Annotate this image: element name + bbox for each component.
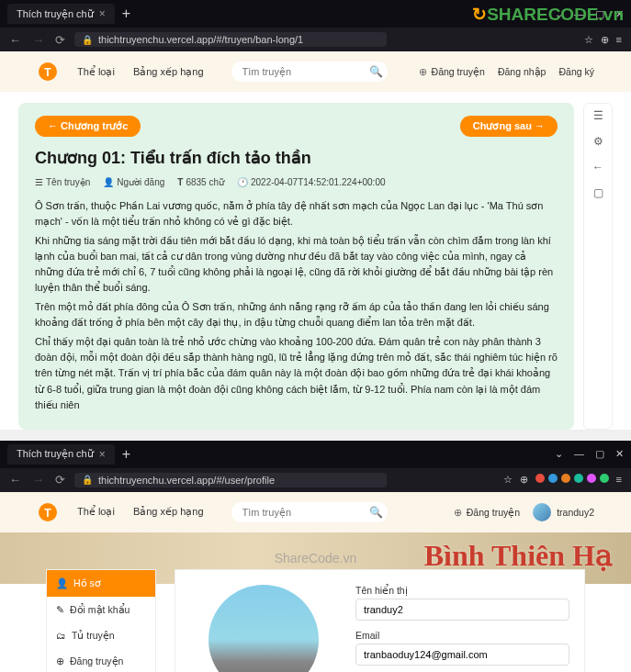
reload-icon[interactable]: ⟳ (55, 473, 65, 487)
maximize-icon[interactable]: ▢ (595, 448, 604, 460)
avatar-image (208, 585, 319, 672)
bookmark-icon[interactable]: ▢ (593, 186, 603, 199)
prev-chapter-button[interactable]: ← Chương trước (35, 116, 141, 137)
search-input[interactable] (242, 507, 369, 518)
back-icon[interactable]: ← (592, 161, 603, 174)
url-box[interactable]: 🔒 thichtruyenchu.vercel.app/#/truyen/ban… (74, 32, 387, 47)
nav-category[interactable]: Thể loại (77, 506, 115, 518)
back-icon[interactable]: ← (9, 33, 21, 47)
logo-icon[interactable]: T (37, 501, 59, 523)
browser-top: Thích truyện chữ × + ⌄ — ▢ ✕ ← → ⟳ 🔒 thi… (0, 441, 631, 492)
nav-signup[interactable]: Đăng ký (558, 66, 594, 77)
gear-icon[interactable]: ⚙ (593, 135, 603, 148)
sidebar-item-upload[interactable]: ⊕Đăng truyện (47, 648, 155, 672)
forward-icon: → (32, 473, 44, 487)
sidebar-item-bookshelf[interactable]: 🗂Tủ truyện (47, 622, 155, 648)
archive-icon: 🗂 (56, 630, 66, 641)
menu-icon[interactable]: ≡ (616, 474, 622, 486)
book-icon: ☰ (35, 177, 43, 187)
plus-icon[interactable]: + (122, 446, 130, 463)
user-icon: 👤 (103, 177, 114, 187)
nav-category[interactable]: Thể loại (77, 66, 115, 78)
chapter-panel: ← Chương trước Chương sau → Chương 01: T… (18, 103, 574, 430)
nav-login[interactable]: Đăng nhập (498, 66, 546, 77)
shield-icon[interactable]: ⊕ (520, 474, 528, 486)
reader-tools: ☰ ⚙ ← ▢ (583, 103, 613, 430)
close-window-icon[interactable]: ✕ (615, 448, 624, 460)
watermark: ShareCode.vn (275, 551, 357, 566)
search-input[interactable] (242, 66, 369, 77)
profile-sidebar: 👤Hồ sơ ✎Đổi mật khẩu 🗂Tủ truyện ⊕Đăng tr… (46, 569, 156, 672)
name-label: Tên hiển thị (355, 585, 569, 596)
minimize-icon[interactable]: — (574, 448, 584, 460)
sidebar-item-profile[interactable]: 👤Hồ sơ (47, 570, 155, 597)
lock-icon: 🔒 (82, 35, 93, 45)
upload-icon: ⊕ (454, 507, 462, 518)
nav-upload[interactable]: ⊕ Đăng truyện (419, 66, 485, 77)
search-box[interactable]: 🔍 (231, 62, 388, 82)
reload-icon[interactable]: ⟳ (55, 33, 65, 47)
profile-main: Chọn tệp Không có tệ... được chọn Upload… (175, 569, 585, 672)
tab-title: Thích truyện chữ (17, 8, 94, 20)
pencil-icon: ✎ (56, 604, 64, 615)
name-input[interactable] (355, 599, 569, 621)
extension-icons[interactable] (535, 474, 609, 486)
chevron-down-icon[interactable]: ⌄ (555, 448, 563, 460)
logo-icon[interactable]: T (37, 61, 59, 83)
svg-text:T: T (44, 507, 51, 520)
star-icon[interactable]: ☆ (584, 34, 593, 46)
plus-icon[interactable]: + (122, 6, 130, 22)
plus-icon: ⊕ (56, 655, 64, 666)
clock-icon: 🕐 (237, 177, 248, 187)
star-icon[interactable]: ☆ (503, 474, 513, 486)
watermark: ↻SHARECODE.vn (472, 4, 624, 25)
close-icon[interactable]: × (99, 7, 106, 20)
menu-icon[interactable]: ≡ (616, 34, 622, 46)
search-icon[interactable]: 🔍 (369, 506, 383, 519)
sidebar-item-password[interactable]: ✎Đổi mật khẩu (47, 597, 155, 622)
avatar-icon (533, 503, 551, 521)
user-icon: 👤 (56, 577, 68, 589)
browser-tab[interactable]: Thích truyện chữ × (7, 444, 115, 465)
lock-icon: 🔒 (82, 475, 93, 485)
shield-icon[interactable]: ⊕ (601, 34, 609, 46)
list-icon[interactable]: ☰ (593, 109, 603, 122)
nav-upload[interactable]: ⊕ Đăng truyện (454, 507, 520, 518)
chapter-body: Ô Sơn trấn, thuộc Phần Lai vương quốc, n… (35, 198, 558, 413)
user-menu[interactable]: tranduy2 (533, 503, 594, 521)
top-nav: T Thể loại Bảng xếp hạng 🔍 ⊕ Đăng truyện… (0, 51, 631, 92)
upload-icon: ⊕ (419, 66, 427, 77)
search-icon[interactable]: 🔍 (369, 65, 383, 78)
next-chapter-button[interactable]: Chương sau → (460, 116, 558, 137)
url-box[interactable]: 🔒 thichtruyenchu.vercel.app/#/user/profi… (74, 473, 387, 487)
svg-text:T: T (44, 66, 51, 79)
nav-ranking[interactable]: Bảng xếp hạng (133, 66, 204, 78)
address-bar: ← → ⟳ 🔒 thichtruyenchu.vercel.app/#/truy… (0, 28, 631, 51)
chapter-title: Chương 01: Tiểu trấn đích tảo thần (35, 148, 558, 168)
hero-title: Bình Thiên Hạ (424, 538, 613, 573)
chapter-meta: ☰ Tên truyện 👤 Người đăng T 6835 chữ 🕐 2… (35, 177, 558, 187)
email-input[interactable] (355, 644, 569, 666)
close-icon[interactable]: × (99, 448, 106, 461)
email-label: Email (355, 630, 569, 641)
back-icon[interactable]: ← (9, 473, 21, 487)
browser-tab[interactable]: Thích truyện chữ × (7, 4, 115, 24)
url-text: thichtruyenchu.vercel.app/#/truyen/ban-l… (98, 34, 303, 45)
nav-ranking[interactable]: Bảng xếp hạng (133, 506, 204, 518)
forward-icon: → (32, 33, 44, 47)
search-box[interactable]: 🔍 (231, 502, 388, 522)
